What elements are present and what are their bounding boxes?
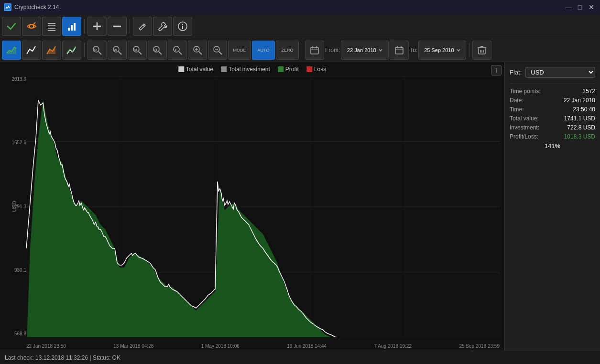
legend-profit-box [278,66,284,72]
svg-text:M: M [134,48,137,52]
legend-total-investment: Total investment [221,66,270,73]
delete-button[interactable] [472,41,491,60]
svg-rect-7 [71,25,73,31]
zoom-d-btn[interactable]: D [87,41,107,60]
chart-legend: Total value Total investment Profit Loss [178,66,326,73]
line-white-btn[interactable] [22,41,41,60]
area-orange-btn[interactable] [42,41,61,60]
legend-profit-label: Profit [285,66,299,73]
date-from-value: 22 Jan 2018 [347,47,376,53]
svg-line-25 [139,52,142,54]
list-button[interactable] [42,17,61,36]
sep-chart-zoom [84,43,85,57]
toolbar1 [0,14,600,38]
total-value-val: 1741.1 USD [564,115,595,122]
minimize-button[interactable]: — [564,2,573,12]
svg-marker-16 [7,47,16,54]
toolbar2: D W M Q Y MODE AUTO ZERO From: 22 Jan 20… [0,38,600,62]
zoom-in-btn[interactable] [188,41,207,60]
zoom-q-btn[interactable]: Q [148,41,167,60]
svg-line-38 [219,52,222,54]
status-bar: Last check: 13.12.2018 11:32:26 | Status… [0,351,600,364]
profit-loss-key: Profit/Loss: [510,133,538,140]
line-multi-btn[interactable] [62,41,81,60]
x-label-1: 22 Jan 2018 23:50 [26,343,66,349]
svg-text:W: W [114,48,117,52]
chart-svg [26,76,500,337]
zero-btn[interactable]: ZERO [276,41,299,60]
x-axis-labels: 22 Jan 2018 23:50 13 Mar 2018 04:28 1 Ma… [26,343,500,349]
zoom-m-btn[interactable]: M [128,41,147,60]
divider [510,84,595,84]
separator1 [84,19,85,33]
profit-area [26,100,419,337]
legend-loss-label: Loss [314,66,326,73]
zoom-w-btn[interactable]: W [108,41,127,60]
legend-profit: Profit [278,66,299,73]
zoom-y-btn[interactable]: Y [168,41,187,60]
y-val-4: 930.1 [14,268,26,273]
total-value-row: Total value: 1741.1 USD [510,115,595,122]
x-label-5: 7 Aug 2018 19:22 [374,343,412,349]
line-green-btn[interactable] [2,41,21,60]
svg-rect-2 [48,23,55,24]
fiat-select[interactable]: USD EUR GBP BTC [525,67,595,78]
date-to-label: To: [410,47,417,54]
legend-total-investment-label: Total investment [229,66,270,73]
investment-key: Investment: [510,124,539,131]
svg-line-34 [199,52,202,54]
mode-btn[interactable]: MODE [228,41,251,60]
x-label-4: 19 Jun 2018 14:44 [287,343,327,349]
date-label: Date: [510,97,524,104]
legend-total-value-label: Total value [186,66,213,73]
svg-rect-4 [48,28,55,29]
svg-rect-5 [48,30,55,31]
title-bar: Cryptocheck 2.14 — □ ✕ [0,0,600,14]
time-value: 23:50:40 [573,106,595,113]
investment-val: 722.8 USD [567,124,595,131]
window-controls: — □ ✕ [564,2,596,12]
main-content: Total value Total investment Profit Loss… [0,62,600,351]
remove-button[interactable] [108,17,127,36]
svg-point-14 [182,23,183,24]
add-button[interactable] [87,17,107,36]
edit-button[interactable] [133,17,152,36]
calendar-from-icon[interactable] [305,41,324,60]
svg-text:Y: Y [175,48,177,52]
chart-info-button[interactable]: i [491,65,502,75]
app-icon [4,3,11,11]
close-button[interactable]: ✕ [587,2,596,12]
tools-button[interactable] [153,17,172,36]
x-label-3: 1 May 2018 10:06 [201,343,240,349]
date-to-value: 25 Sep 2018 [424,47,454,53]
info-button[interactable] [173,17,192,36]
profit-loss-pct: 141% [510,142,595,150]
sep-delete [469,43,469,57]
y-val-2: 1652.6 [11,140,26,145]
date-to-picker[interactable]: 25 Sep 2018 [418,41,466,60]
zoom-out-btn[interactable] [208,41,227,60]
check-button[interactable] [2,17,21,36]
date-from-label: From: [325,47,340,54]
auto-btn[interactable]: AUTO [252,41,275,60]
app-title: Cryptocheck 2.14 [14,4,564,11]
time-points-value: 3572 [582,88,595,95]
maximize-button[interactable]: □ [575,2,585,12]
svg-rect-44 [395,47,403,54]
legend-loss-box [306,66,312,72]
chart-button[interactable] [62,17,81,36]
svg-text:Q: Q [154,48,157,52]
fiat-label: Fiat: [510,69,522,76]
calendar-to-icon[interactable] [390,41,409,60]
chart-area: Total value Total investment Profit Loss… [0,62,504,351]
legend-loss: Loss [306,66,326,73]
legend-total-investment-box [221,66,227,72]
eye-button[interactable] [22,17,41,36]
svg-line-22 [119,52,121,54]
svg-marker-17 [47,46,55,54]
svg-line-12 [143,25,144,26]
date-from-picker[interactable]: 22 Jan 2018 [341,41,389,60]
investment-row: Investment: 722.8 USD [510,124,595,131]
separator2 [130,19,130,33]
legend-total-value-box [178,66,184,72]
